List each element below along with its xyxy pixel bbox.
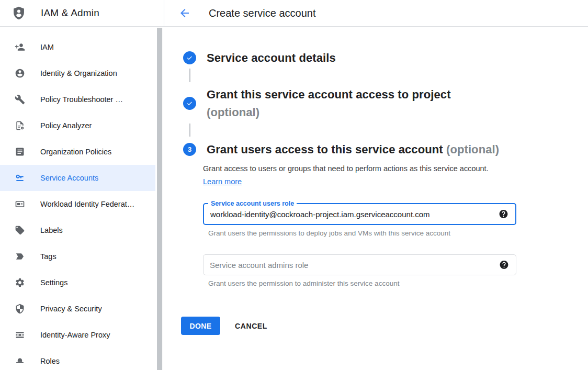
step3-title-text: Grant users access to this service accou… xyxy=(207,143,443,156)
users-role-helper-text: Grant users the permissions to deploy jo… xyxy=(208,229,501,237)
step1-title[interactable]: Service account details xyxy=(207,49,336,67)
help-icon[interactable] xyxy=(499,260,509,270)
org-policies-icon xyxy=(15,147,25,157)
shield-icon xyxy=(15,304,25,314)
sidebar-item-label: Privacy & Security xyxy=(40,305,102,313)
sidebar-item-label: Settings xyxy=(40,278,67,287)
person-add-icon xyxy=(15,42,25,52)
step2-optional-text: (optional) xyxy=(207,106,259,119)
sidebar-header: IAM & Admin xyxy=(0,0,164,27)
tag-arrow-icon xyxy=(15,251,25,262)
sidebar-title: IAM & Admin xyxy=(41,7,99,19)
sidebar-item-tags[interactable]: Tags xyxy=(0,243,155,270)
step3-description: Grant access to users or groups that nee… xyxy=(203,162,496,188)
page-title: Create service account xyxy=(209,7,316,19)
iam-shield-icon xyxy=(12,6,26,20)
step2-title-text: Grant this service account access to pro… xyxy=(207,88,451,101)
step-connector xyxy=(189,124,190,137)
arrow-back-icon[interactable] xyxy=(178,7,191,19)
sidebar-item-settings[interactable]: Settings xyxy=(0,270,155,296)
sidebar-item-iam[interactable]: IAM xyxy=(0,34,155,60)
sidebar-item-label: Identity & Organization xyxy=(40,69,117,77)
sidebar-item-labels[interactable]: Labels xyxy=(0,217,155,243)
cancel-button[interactable]: CANCEL xyxy=(235,317,267,335)
learn-more-link[interactable]: Learn more xyxy=(203,177,242,186)
step-connector xyxy=(189,69,190,82)
service-account-users-role-input[interactable] xyxy=(204,204,515,224)
sidebar-item-label: Labels xyxy=(40,226,63,234)
sidebar-item-identity-organization[interactable]: Identity & Organization xyxy=(0,60,155,86)
sidebar-item-roles[interactable]: Roles xyxy=(0,348,155,370)
sidebar: IAM & Admin IAM Identity & Organization … xyxy=(0,0,164,370)
service-account-users-role-field: Service account users role xyxy=(203,203,516,225)
sidebar-item-policy-troubleshooter[interactable]: Policy Troubleshooter … xyxy=(0,86,155,113)
help-icon[interactable] xyxy=(499,209,508,219)
service-accounts-key-icon xyxy=(15,173,25,183)
step2-completed-check-icon xyxy=(183,97,196,110)
page-header: Create service account xyxy=(164,0,588,27)
step3-number: 3 xyxy=(188,145,191,153)
done-button[interactable]: DONE xyxy=(181,317,220,335)
step1-completed-check-icon xyxy=(183,51,196,64)
workload-identity-card-icon xyxy=(15,199,25,209)
sidebar-item-policy-analyzer[interactable]: Policy Analyzer xyxy=(0,113,155,139)
sidebar-item-label: Tags xyxy=(40,252,56,261)
iap-icon xyxy=(15,330,25,340)
sidebar-item-label: Roles xyxy=(40,357,60,365)
sidebar-item-workload-identity-federation[interactable]: Workload Identity Federat… xyxy=(0,191,155,217)
label-tag-icon xyxy=(15,225,25,236)
sidebar-item-label: Identity-Aware Proxy xyxy=(40,331,110,339)
sidebar-nav: IAM Identity & Organization Policy Troub… xyxy=(0,27,164,370)
iam-admin-console: IAM & Admin IAM Identity & Organization … xyxy=(0,0,588,370)
sidebar-item-service-accounts[interactable]: Service Accounts xyxy=(0,165,155,191)
service-account-admins-role-field xyxy=(203,254,516,275)
step3-number-badge: 3 xyxy=(183,143,196,156)
sidebar-item-label: Policy Troubleshooter … xyxy=(40,95,123,104)
step2-title[interactable]: Grant this service account access to pro… xyxy=(207,86,500,121)
sidebar-item-identity-aware-proxy[interactable]: Identity-Aware Proxy xyxy=(0,322,155,348)
policy-analyzer-icon xyxy=(15,120,25,131)
hat-icon xyxy=(15,356,25,366)
sidebar-item-label: Organization Policies xyxy=(40,148,111,156)
gear-icon xyxy=(15,277,25,288)
step1-title-text: Service account details xyxy=(207,51,336,64)
wrench-icon xyxy=(15,94,25,105)
sidebar-scrollbar-track xyxy=(157,28,163,370)
sidebar-item-label: IAM xyxy=(40,43,54,51)
step3-title: Grant users access to this service accou… xyxy=(207,141,562,159)
main-panel: Create service account Service account d… xyxy=(164,0,588,370)
step3-optional-text: (optional) xyxy=(446,143,499,156)
step3-description-text: Grant access to users or groups that nee… xyxy=(203,164,489,173)
service-account-admins-role-input[interactable] xyxy=(203,255,516,275)
admins-role-helper-text: Grant users the permission to administer… xyxy=(208,279,501,287)
sidebar-scrollbar-thumb[interactable] xyxy=(157,28,162,370)
sidebar-item-label: Policy Analyzer xyxy=(40,121,92,130)
sidebar-item-privacy-security[interactable]: Privacy & Security xyxy=(0,296,155,322)
sidebar-item-label: Service Accounts xyxy=(40,174,98,182)
sidebar-item-organization-policies[interactable]: Organization Policies xyxy=(0,139,155,165)
sidebar-item-label: Workload Identity Federat… xyxy=(40,200,134,208)
account-circle-icon xyxy=(15,68,25,79)
